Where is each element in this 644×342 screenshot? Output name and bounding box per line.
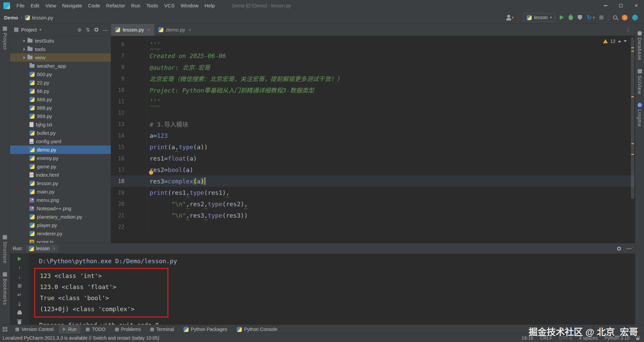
code-line-20[interactable]: 20 "\n",res2,type(res2), <box>111 198 635 210</box>
code-line-10[interactable]: 10Project: Python零基础从入门到精通详细教程3-数据类型 <box>111 84 635 96</box>
run-button[interactable] <box>560 15 564 20</box>
tree-item-999-py[interactable]: 999.py <box>10 112 111 120</box>
user-account-button[interactable]: ▾ <box>507 15 514 20</box>
settings-gear-icon[interactable] <box>94 27 99 32</box>
tool-stripe-sciview[interactable]: SciView <box>637 69 642 95</box>
run-tab-lesson[interactable]: lesson × <box>26 245 58 252</box>
line-number[interactable]: 10 <box>111 87 124 93</box>
settings-gear-icon[interactable] <box>616 246 622 251</box>
rerun-button[interactable] <box>16 256 23 262</box>
assistant-plugin-icon[interactable] <box>632 15 638 20</box>
menu-item-run[interactable]: Run <box>128 0 144 11</box>
tree-item-index-html[interactable]: <>index.html <box>10 171 111 179</box>
code-line-11[interactable]: 11''' <box>111 96 635 107</box>
code-editor[interactable]: 6'''7Created on 2025-06-068@author: 北京-宏… <box>111 36 635 243</box>
line-number[interactable]: 21 <box>111 212 124 219</box>
code-line-12[interactable]: 12 <box>111 107 635 118</box>
locate-file-button[interactable]: ⊕ <box>77 27 82 33</box>
tree-item-venv[interactable]: venv <box>10 53 111 62</box>
tool-stripe-project[interactable]: Project <box>2 26 8 50</box>
debug-button[interactable] <box>569 15 573 20</box>
tree-item-player-py[interactable]: player.py <box>10 221 111 229</box>
menu-item-edit[interactable]: Edit <box>28 0 42 11</box>
code-line-16[interactable]: 16res1=float(a) <box>111 153 635 164</box>
tool-tab-terminal[interactable]: Terminal <box>146 325 178 334</box>
tool-tab-python-packages[interactable]: Python Packages <box>179 325 231 334</box>
tabs-more-icon[interactable]: ⋮ <box>622 26 635 33</box>
line-number[interactable]: 16 <box>111 155 124 162</box>
menu-item-refactor[interactable]: Refactor <box>103 0 128 11</box>
tree-item-planetary-motion-py[interactable]: planetary_motion.py <box>10 213 111 221</box>
scroll-to-end-button[interactable]: ⇓ <box>16 301 23 307</box>
menu-item-view[interactable]: View <box>42 0 59 11</box>
line-number[interactable]: 11 <box>111 98 124 105</box>
search-everywhere-button[interactable] <box>613 15 617 19</box>
code-line-6[interactable]: 6''' <box>111 39 635 50</box>
run-configuration-select[interactable]: lesson ▾ <box>523 13 555 22</box>
tree-item-testsuits[interactable]: testSuits <box>10 37 111 45</box>
line-number[interactable]: 14 <box>111 132 124 139</box>
tree-item-bjhg-txt[interactable]: bjhg.txt <box>10 120 111 129</box>
stop-button[interactable] <box>16 283 23 289</box>
line-number[interactable]: 20 <box>111 201 124 207</box>
tree-item-66-py[interactable]: 66.py <box>10 87 111 95</box>
minimize-button[interactable] <box>598 0 613 11</box>
code-line-22[interactable]: 22 <box>111 221 635 232</box>
editor-scrollbar[interactable] <box>630 36 635 243</box>
tool-tab-run[interactable]: Run <box>59 325 81 334</box>
tree-item-888-py[interactable]: 888.py <box>10 104 111 112</box>
line-number[interactable]: 12 <box>111 110 124 116</box>
line-number[interactable]: 18 <box>111 178 124 184</box>
update-notification-icon[interactable]: ↑ <box>622 15 628 20</box>
rerun-actions-button[interactable]: ↻ ▾ <box>587 15 595 20</box>
tab-demo-py[interactable]: demo.py × <box>154 24 196 36</box>
previous-warning-icon[interactable] <box>618 40 621 42</box>
tool-tab-problems[interactable]: Problems <box>111 325 145 334</box>
tool-tab-python-console[interactable]: Python Console <box>233 325 281 334</box>
tree-item-main-py[interactable]: main.py <box>10 187 111 196</box>
code-line-19[interactable]: 19print(res1,type(res1), <box>111 187 635 198</box>
inspections-widget[interactable]: 12 <box>603 39 627 44</box>
menu-item-file[interactable]: File <box>13 0 28 11</box>
run-console[interactable]: D:\Python\python.exe D:/Demo/lesson.py 1… <box>29 253 635 325</box>
tool-stripe-lingma[interactable]: Lingma <box>637 103 642 127</box>
tree-item-enemy-py[interactable]: enemy.py <box>10 154 111 162</box>
code-line-17[interactable]: 17res2=bool(a) <box>111 164 635 175</box>
menu-item-tools[interactable]: Tools <box>144 0 161 11</box>
close-tab-icon[interactable]: × <box>147 27 150 33</box>
chevron-right-icon[interactable] <box>23 56 25 59</box>
soft-wrap-button[interactable]: ↵ <box>16 292 23 298</box>
menu-item-vcs[interactable]: VCS <box>161 0 178 11</box>
tree-item-000-py[interactable]: 000.py <box>10 70 111 78</box>
tree-item-weather-app[interactable]: weather_app <box>10 62 111 70</box>
close-button[interactable]: × <box>629 0 644 11</box>
print-button[interactable] <box>16 310 23 316</box>
hide-panel-button[interactable]: ― <box>626 245 632 251</box>
menu-item-code[interactable]: Code <box>85 0 103 11</box>
chevron-right-icon[interactable] <box>23 40 25 42</box>
tree-item-config-yaml[interactable]: config.yaml <box>10 137 111 146</box>
project-panel-title[interactable]: Project <box>21 27 37 33</box>
code-line-18[interactable]: 18res3=complex(a) <box>111 175 635 187</box>
line-number[interactable]: 15 <box>111 144 124 150</box>
hide-panel-button[interactable]: ― <box>103 27 108 33</box>
tree-item-demo-py[interactable]: demo.py <box>10 146 111 154</box>
code-line-7[interactable]: 7Created on 2025-06-06 <box>111 50 635 61</box>
line-number[interactable]: 7 <box>111 53 124 59</box>
line-number[interactable]: 19 <box>111 189 124 196</box>
code-line-21[interactable]: 21 "\n",res3,type(res3)) <box>111 210 635 221</box>
code-line-13[interactable]: 13# 3.导入模块 <box>111 118 635 130</box>
tab-lesson-py[interactable]: lesson.py × <box>111 24 154 36</box>
close-tab-icon[interactable]: × <box>189 27 191 33</box>
menu-item-navigate[interactable]: Navigate <box>59 0 85 11</box>
tree-item-bullet-py[interactable]: bullet.py <box>10 129 111 137</box>
chevron-down-icon[interactable]: ▾ <box>40 27 42 32</box>
tree-item-renderer-py[interactable]: renderer.py <box>10 229 111 238</box>
tool-stripe-database[interactable]: Database <box>637 31 642 60</box>
code-line-8[interactable]: 8@author: 北京-宏哥 <box>111 61 635 73</box>
chevron-right-icon[interactable] <box>23 48 25 51</box>
line-number[interactable]: 22 <box>111 224 124 230</box>
tool-tab-todo[interactable]: TODO <box>82 325 109 334</box>
maximize-button[interactable] <box>613 0 629 11</box>
tool-windows-corner-icon[interactable] <box>3 327 7 332</box>
